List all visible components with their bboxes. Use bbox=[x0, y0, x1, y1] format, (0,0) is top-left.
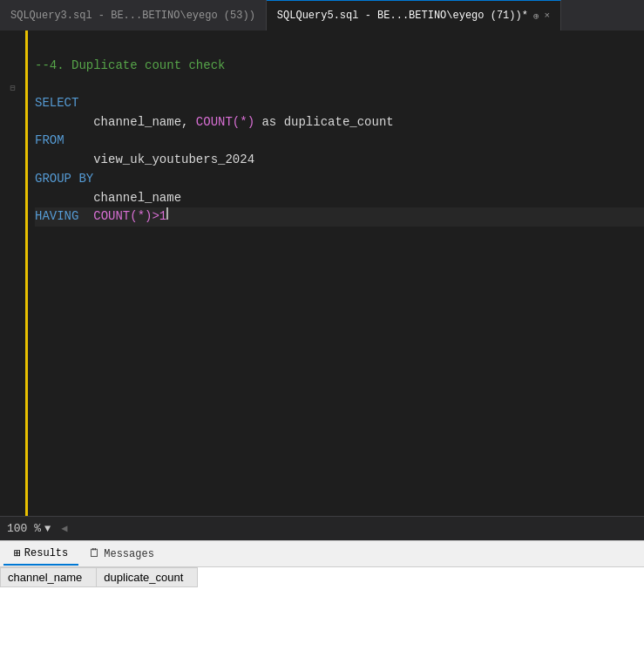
results-tab-label: Results bbox=[24, 547, 68, 559]
code-line-9: channel_name bbox=[35, 189, 644, 208]
code-line-1 bbox=[35, 37, 644, 57]
channel-name-text: channel_name, bbox=[93, 113, 196, 132]
results-table: channel_name duplicate_count bbox=[0, 567, 198, 587]
having-keyword: HAVING bbox=[35, 207, 78, 227]
zoom-level: 100 % bbox=[7, 522, 41, 535]
editor-area: ⊟ --4. Duplicate count check SELECT chan… bbox=[0, 30, 644, 516]
messages-tab-label: Messages bbox=[104, 548, 154, 560]
zoom-dropdown[interactable]: ▼ bbox=[44, 523, 51, 535]
tab-sqlquery5[interactable]: SQLQuery5.sql - BE...BETINO\eyego (71))*… bbox=[267, 0, 561, 30]
having-space bbox=[78, 207, 93, 227]
code-line-3 bbox=[35, 75, 644, 94]
as-duplicate: as duplicate_count bbox=[254, 113, 394, 132]
close-icon[interactable]: × bbox=[545, 10, 551, 21]
collapse-icon[interactable]: ⊟ bbox=[10, 83, 15, 93]
code-line-2: --4. Duplicate count check bbox=[35, 57, 644, 76]
tab-sqlquery5-label: SQLQuery5.sql - BE...BETINO\eyego (71))* bbox=[277, 10, 528, 22]
comment-text: --4. Duplicate count check bbox=[35, 57, 225, 76]
from-keyword: FROM bbox=[35, 132, 64, 151]
groupby-keyword: GROUP BY bbox=[35, 170, 93, 189]
messages-doc-icon: 🗒 bbox=[89, 547, 100, 560]
select-keyword: SELECT bbox=[35, 94, 78, 113]
results-tabs-bar: ⊞ Results 🗒 Messages bbox=[0, 541, 644, 567]
code-line-6: FROM bbox=[35, 132, 644, 151]
col-channel-name: channel_name bbox=[1, 568, 97, 587]
scroll-arrow[interactable]: ◀ bbox=[61, 522, 67, 535]
tab-sqlquery3-label: SQLQuery3.sql - BE...BETINO\eyego (53)) bbox=[10, 10, 255, 22]
code-line-7: view_uk_youtubers_2024 bbox=[35, 151, 644, 170]
editor-gutter: ⊟ bbox=[0, 30, 28, 516]
count-function: COUNT(*) bbox=[196, 113, 254, 132]
zoom-bar: 100 % ▼ ◀ bbox=[0, 516, 644, 540]
pin-icon: ⊕ bbox=[533, 10, 539, 22]
view-name: view_uk_youtubers_2024 bbox=[93, 151, 254, 170]
groupby-channel: channel_name bbox=[93, 189, 181, 208]
line9-indent bbox=[35, 189, 93, 208]
tab-sqlquery3[interactable]: SQLQuery3.sql - BE...BETINO\eyego (53)) bbox=[0, 0, 267, 30]
col-duplicate-count: duplicate_count bbox=[97, 568, 198, 587]
code-line-5: channel_name, COUNT(*) as duplicate_coun… bbox=[35, 113, 644, 132]
line7-indent bbox=[35, 151, 93, 170]
text-cursor bbox=[166, 207, 168, 220]
having-count: COUNT(*)>1 bbox=[93, 207, 166, 227]
code-line-10: HAVING COUNT(*)>1 bbox=[35, 207, 644, 227]
code-line-8: GROUP BY bbox=[35, 170, 644, 189]
results-grid-icon: ⊞ bbox=[14, 546, 21, 560]
code-editor[interactable]: --4. Duplicate count check SELECT channe… bbox=[28, 30, 644, 516]
tab-results[interactable]: ⊞ Results bbox=[3, 543, 78, 566]
table-header-row: channel_name duplicate_count bbox=[1, 568, 198, 587]
line5-indent bbox=[35, 113, 93, 132]
results-table-container: channel_name duplicate_count bbox=[0, 567, 644, 671]
tab-messages[interactable]: 🗒 Messages bbox=[78, 544, 165, 564]
title-bar: SQLQuery3.sql - BE...BETINO\eyego (53)) … bbox=[0, 0, 644, 30]
code-line-4: SELECT bbox=[35, 94, 644, 113]
results-panel: ⊞ Results 🗒 Messages channel_name duplic… bbox=[0, 540, 644, 671]
